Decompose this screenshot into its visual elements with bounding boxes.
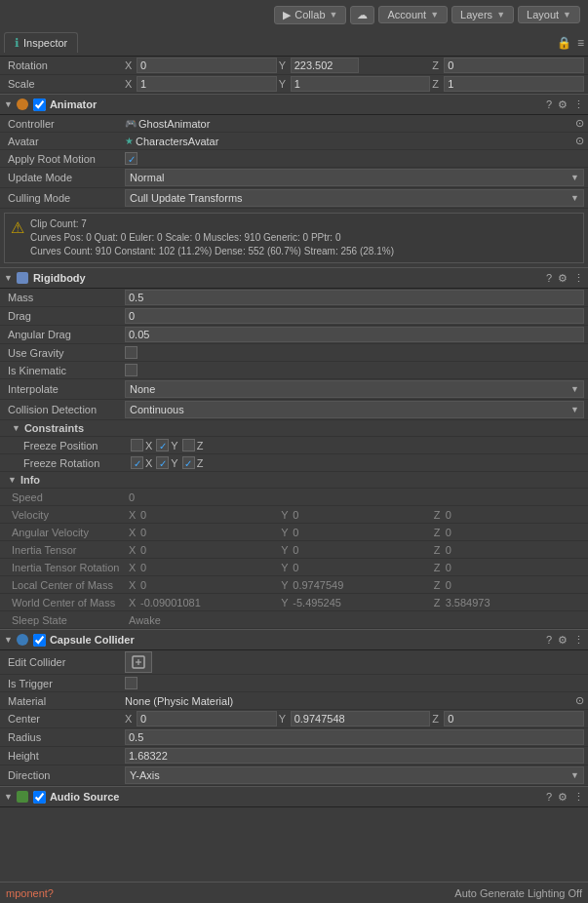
rotation-y-input[interactable] xyxy=(291,58,359,73)
auto-generate-lighting-text[interactable]: Auto Generate Lighting Off xyxy=(454,887,582,899)
radius-label: Radius xyxy=(8,731,125,743)
scale-label: Scale xyxy=(8,78,125,90)
drag-label: Drag xyxy=(8,310,125,322)
avatar-row: Avatar ★ CharactersAvatar ⊙ xyxy=(0,133,588,150)
menu-icon[interactable]: ≡ xyxy=(577,36,584,50)
layers-button[interactable]: Layers ▼ xyxy=(451,6,514,23)
angular-drag-input[interactable] xyxy=(125,327,584,342)
rotation-x-input[interactable] xyxy=(137,58,277,73)
animator-menu-icon[interactable]: ⋮ xyxy=(573,98,584,111)
lock-icon[interactable]: 🔒 xyxy=(557,36,571,50)
height-input[interactable] xyxy=(125,748,584,764)
freeze-rot-y-checkbox[interactable] xyxy=(156,456,169,469)
capsule-menu-icon[interactable]: ⋮ xyxy=(573,634,584,647)
center-label: Center xyxy=(8,713,125,725)
constraints-label: Constraints xyxy=(24,422,84,434)
audio-help-icon[interactable]: ? xyxy=(546,791,552,803)
culling-mode-label: Culling Mode xyxy=(8,192,125,204)
audio-arrow-icon: ▼ xyxy=(4,792,13,802)
audio-menu-icon[interactable]: ⋮ xyxy=(573,791,584,804)
local-com-xyz: X0 Y0.9747549 Z0 xyxy=(129,579,584,591)
freeze-pos-y-checkbox[interactable] xyxy=(156,439,169,452)
scale-x-input[interactable] xyxy=(137,76,277,92)
drag-row: Drag xyxy=(0,307,588,326)
capsule-collider-section-header[interactable]: ▼ Capsule Collider ? ⚙ ⋮ xyxy=(0,629,588,650)
scale-y-input[interactable] xyxy=(291,76,431,92)
inertia-tensor-row: Inertia Tensor X0 Y0 Z0 xyxy=(0,541,588,559)
sleep-state-row: Sleep State Awake xyxy=(0,611,588,629)
freeze-rot-x-checkbox[interactable] xyxy=(131,456,143,469)
drag-input[interactable] xyxy=(125,308,584,324)
audio-source-section-header[interactable]: ▼ Audio Source ? ⚙ ⋮ xyxy=(0,786,588,807)
update-mode-dropdown[interactable]: Normal ▼ xyxy=(125,169,584,186)
collab-button[interactable]: ▶ Collab ▼ xyxy=(274,6,346,24)
layers-label: Layers xyxy=(460,9,492,20)
material-label: Material xyxy=(8,695,125,707)
interpolate-dropdown[interactable]: None ▼ xyxy=(125,380,584,398)
controller-select-icon[interactable]: ⊙ xyxy=(575,117,584,130)
cloud-button[interactable]: ☁ xyxy=(350,6,374,24)
freeze-position-label: Freeze Position xyxy=(23,440,131,452)
animator-settings-icon[interactable]: ⚙ xyxy=(558,98,568,111)
freeze-pos-z-checkbox[interactable] xyxy=(182,439,195,452)
is-kinematic-row: Is Kinematic xyxy=(0,362,588,379)
center-x-input[interactable] xyxy=(137,711,277,726)
animator-info-text: Clip Count: 7 Curves Pos: 0 Quat: 0 Eule… xyxy=(30,217,394,258)
rigidbody-settings-icon[interactable]: ⚙ xyxy=(558,272,568,285)
rigidbody-section-header[interactable]: ▼ Rigidbody ? ⚙ ⋮ xyxy=(0,267,588,289)
warning-icon: ⚠ xyxy=(11,218,24,237)
account-button[interactable]: Account ▼ xyxy=(378,6,448,23)
center-z-input[interactable] xyxy=(444,711,584,726)
scale-z-input[interactable] xyxy=(444,76,584,92)
audio-source-enabled-checkbox[interactable] xyxy=(33,791,46,804)
capsule-collider-enabled-checkbox[interactable] xyxy=(33,634,46,647)
is-kinematic-checkbox[interactable] xyxy=(125,364,137,376)
info-circle-icon: ℹ xyxy=(15,36,20,50)
freeze-position-row: Freeze Position X Y Z xyxy=(0,437,588,454)
capsule-settings-icon[interactable]: ⚙ xyxy=(558,634,568,647)
edit-collider-icon xyxy=(131,654,146,670)
animator-help-icon[interactable]: ? xyxy=(546,98,552,110)
center-y-input[interactable] xyxy=(291,711,431,726)
angular-velocity-row: Angular Velocity X0 Y0 Z0 xyxy=(0,524,588,541)
collision-detection-dropdown[interactable]: Continuous ▼ xyxy=(125,401,584,418)
use-gravity-checkbox[interactable] xyxy=(125,346,137,359)
mass-input[interactable] xyxy=(125,290,584,305)
edit-collider-button[interactable] xyxy=(125,651,152,673)
rotation-z-input[interactable] xyxy=(444,58,584,73)
capsule-collider-icon xyxy=(16,633,29,647)
inertia-tensor-rotation-label: Inertia Tensor Rotation xyxy=(12,562,129,573)
audio-source-icon xyxy=(16,790,29,804)
direction-dropdown[interactable]: Y-Axis ▼ xyxy=(125,766,584,784)
avatar-value: CharactersAvatar xyxy=(136,136,218,147)
material-select-icon[interactable]: ⊙ xyxy=(575,694,584,707)
freeze-position-checks: X Y Z xyxy=(131,439,203,452)
avatar-select-icon[interactable]: ⊙ xyxy=(575,135,584,147)
culling-mode-dropdown[interactable]: Cull Update Transforms ▼ xyxy=(125,189,584,207)
rigidbody-help-icon[interactable]: ? xyxy=(546,272,552,284)
animator-section-header[interactable]: ▼ Animator ? ⚙ ⋮ xyxy=(0,94,588,115)
apply-root-motion-checkbox[interactable] xyxy=(125,152,137,165)
velocity-label: Velocity xyxy=(12,509,129,521)
freeze-rot-z-checkbox[interactable] xyxy=(182,456,195,469)
center-xyz: X Y Z xyxy=(125,711,584,726)
local-center-of-mass-label: Local Center of Mass xyxy=(12,579,129,591)
audio-settings-icon[interactable]: ⚙ xyxy=(558,791,568,804)
sleep-state-label: Sleep State xyxy=(12,614,129,626)
rigidbody-title: Rigidbody xyxy=(33,272,546,284)
is-trigger-checkbox[interactable] xyxy=(125,677,137,689)
world-com-xyz: X-0.09001081 Y-5.495245 Z3.584973 xyxy=(129,597,584,609)
inspector-title: Inspector xyxy=(23,37,67,49)
animator-icon xyxy=(16,98,29,111)
layout-button[interactable]: Layout ▼ xyxy=(518,6,580,23)
constraints-header[interactable]: ▼ Constraints xyxy=(0,420,588,437)
capsule-help-icon[interactable]: ? xyxy=(546,634,552,646)
info-section-label: Info xyxy=(20,474,40,486)
radius-input[interactable] xyxy=(125,729,584,745)
freeze-pos-x-checkbox[interactable] xyxy=(131,439,143,452)
inspector-tab[interactable]: ℹ Inspector xyxy=(4,32,78,53)
info-subsection-header[interactable]: ▼ Info xyxy=(0,472,588,489)
rigidbody-menu-icon[interactable]: ⋮ xyxy=(573,272,584,285)
inertia-tensor-rotation-xyz: X0 Y0 Z0 xyxy=(129,562,584,573)
animator-enabled-checkbox[interactable] xyxy=(33,98,46,111)
